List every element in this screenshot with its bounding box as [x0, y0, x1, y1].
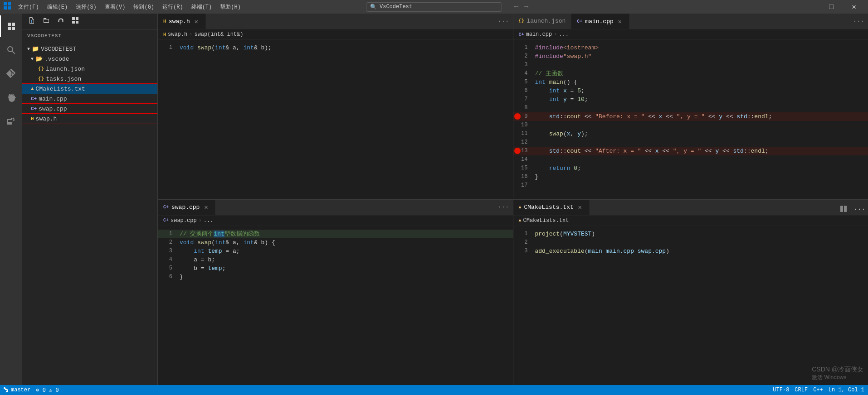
- main-cpp-breadcrumb: C+ main.cpp › ...: [513, 29, 868, 40]
- cpp-icon-swap: C+: [31, 106, 37, 111]
- cpp-swap-tab-icon: C+: [163, 205, 169, 210]
- main-cpp-editor[interactable]: 1 #include<iostream> 2 #include"swap.h" …: [513, 40, 868, 199]
- tree-vscode-folder[interactable]: ▼ 📂 .vscode: [22, 54, 157, 64]
- activity-explorer[interactable]: [0, 15, 22, 37]
- tree-main-cpp[interactable]: C+ main.cpp: [22, 94, 157, 104]
- status-errors[interactable]: ⊗ 0 ⚠ 0: [36, 387, 59, 394]
- cmake-tab-icon: ▲: [519, 205, 522, 210]
- code-line: 2 #include"swap.h": [513, 52, 868, 61]
- svg-rect-7: [844, 206, 847, 212]
- swap-cpp-editor[interactable]: 1 // 交换两个int型数据的函数 2 void swap(int& a, i…: [158, 226, 513, 385]
- menu-help[interactable]: 帮助(H): [216, 2, 244, 12]
- editor-cmake: ▲ CMakeLists.txt ✕ ··· ▲ C: [513, 200, 868, 385]
- menu-goto[interactable]: 转到(G): [130, 2, 158, 12]
- activity-extensions[interactable]: [0, 110, 22, 131]
- breadcrumb-cmake: CMakeLists.txt: [523, 217, 569, 224]
- breadcrumb-swap-cpp-dots: ...: [204, 217, 214, 224]
- tree-launch-json[interactable]: {} launch.json: [22, 64, 157, 74]
- breadcrumb-swap-cpp-icon: C+: [163, 218, 169, 223]
- minimize-button[interactable]: [798, 0, 819, 14]
- h-tab-icon: H: [163, 19, 166, 24]
- menu-bar: 文件(F) 编辑(E) 选择(S) 查看(V) 转到(G) 运行(R) 终端(T…: [15, 2, 244, 12]
- swap-h-breadcrumb: H swap.h › swap(int& int&): [158, 29, 513, 40]
- main-tab-more[interactable]: ···: [849, 14, 868, 29]
- activity-git[interactable]: [0, 63, 22, 84]
- collapse-button[interactable]: [69, 15, 82, 27]
- status-bar: master ⊗ 0 ⚠ 0 UTF-8 CRLF C++ Ln 1, Col …: [0, 385, 868, 395]
- breadcrumb-sep1: ›: [189, 31, 192, 38]
- swap-h-editor[interactable]: 1 void swap(int& a, int& b);: [158, 40, 513, 199]
- tab-swap-cpp[interactable]: C+ swap.cpp ✕: [158, 200, 215, 215]
- code-line: 5 int main() {: [513, 78, 868, 87]
- tree-tasks-json[interactable]: {} tasks.json: [22, 74, 157, 84]
- close-main-cpp-button[interactable]: ✕: [616, 18, 624, 25]
- cpp-icon: C+: [31, 96, 37, 101]
- tab-swap-h-label: swap.h: [169, 18, 190, 25]
- tree-cmakelists[interactable]: ▲ CMakeLists.txt: [22, 84, 157, 94]
- split-editor-button[interactable]: [838, 204, 849, 215]
- code-line: 1 void swap(int& a, int& b);: [158, 43, 513, 52]
- tree-root[interactable]: ▼ 📁 VSCODETEST: [22, 44, 157, 54]
- close-swap-h-button[interactable]: ✕: [193, 18, 200, 25]
- swap-cpp-tab-more[interactable]: ···: [494, 200, 512, 215]
- swap-cpp-label: swap.cpp: [39, 106, 67, 112]
- tab-swap-h[interactable]: H swap.h ✕: [158, 14, 206, 29]
- menu-select[interactable]: 选择(S): [72, 2, 100, 12]
- new-folder-button[interactable]: [40, 15, 53, 27]
- sidebar-toolbar: [22, 14, 157, 29]
- cmake-tab-bar: ▲ CMakeLists.txt ✕ ···: [513, 200, 868, 216]
- menu-edit[interactable]: 编辑(E): [44, 2, 72, 12]
- menu-terminal[interactable]: 终端(T): [188, 2, 216, 12]
- status-eol[interactable]: CRLF: [795, 387, 808, 393]
- status-encoding[interactable]: UTF-8: [773, 387, 789, 393]
- swap-h-tab-bar: H swap.h ✕ ···: [158, 14, 513, 29]
- close-button[interactable]: ✕: [844, 0, 864, 14]
- svg-rect-1: [8, 2, 11, 5]
- tab-cmake[interactable]: ▲ CMakeLists.txt ✕: [513, 200, 590, 215]
- menu-run[interactable]: 运行(R): [159, 2, 187, 12]
- svg-rect-6: [840, 206, 843, 212]
- tree-swap-cpp[interactable]: C+ swap.cpp: [22, 104, 157, 114]
- status-cursor[interactable]: Ln 1, Col 1: [829, 387, 864, 393]
- code-line: 14: [513, 155, 868, 164]
- svg-rect-5: [829, 5, 834, 9]
- swap-h-label: swap.h: [36, 116, 57, 122]
- close-cmake-button[interactable]: ✕: [576, 204, 584, 211]
- code-line: 5 b = temp;: [158, 264, 513, 273]
- refresh-button[interactable]: [54, 15, 67, 27]
- status-language[interactable]: C++: [813, 387, 823, 393]
- code-line: 1 #include<iostream>: [513, 43, 868, 52]
- tab-launch-json[interactable]: {} launch.json: [513, 14, 572, 29]
- file-tree: ▼ 📁 VSCODETEST ▼ 📂 .vscode {} launch.jso…: [22, 42, 157, 385]
- new-file-button[interactable]: [25, 15, 38, 27]
- activity-search[interactable]: [0, 39, 22, 61]
- json-tab-icon: {}: [519, 19, 524, 24]
- sidebar-title: VSCODETEST: [22, 29, 157, 42]
- activity-debug[interactable]: [0, 86, 22, 108]
- nav-forward[interactable]: →: [522, 3, 530, 11]
- chevron-down-icon: ▼: [27, 47, 30, 52]
- cmake-editor[interactable]: 1 project(MYVSTEST) 2 3 add_executable(m…: [513, 226, 868, 385]
- menu-file[interactable]: 文件(F): [15, 2, 43, 12]
- tasks-json-label: tasks.json: [46, 76, 81, 82]
- maximize-button[interactable]: [821, 0, 842, 14]
- tree-swap-h[interactable]: H swap.h: [22, 114, 157, 124]
- tab-main-cpp-label: main.cpp: [585, 18, 613, 25]
- breadcrumb-cmake-icon: ▲: [519, 218, 522, 223]
- status-right: UTF-8 CRLF C++ Ln 1, Col 1: [773, 387, 864, 393]
- menu-view[interactable]: 查看(V): [101, 2, 129, 12]
- cmake-more-button[interactable]: ···: [851, 204, 868, 215]
- tab-main-cpp[interactable]: C+ main.cpp ✕: [571, 14, 629, 29]
- app-icon: [4, 2, 11, 12]
- code-line: 6 }: [158, 273, 513, 281]
- cpp-tab-icon: C+: [577, 19, 582, 24]
- close-swap-cpp-button[interactable]: ✕: [202, 204, 210, 211]
- code-line: 4 a = b;: [158, 255, 513, 264]
- git-branch[interactable]: master: [4, 387, 30, 393]
- breakpoint-indicator: [514, 113, 521, 120]
- search-bar[interactable]: 🔍 VsCodeTest: [366, 2, 502, 12]
- code-line: 10: [513, 121, 868, 130]
- tab-more-button[interactable]: ···: [494, 14, 512, 29]
- nav-back[interactable]: ←: [512, 3, 521, 11]
- swap-cpp-breadcrumb: C+ swap.cpp › ...: [158, 216, 513, 226]
